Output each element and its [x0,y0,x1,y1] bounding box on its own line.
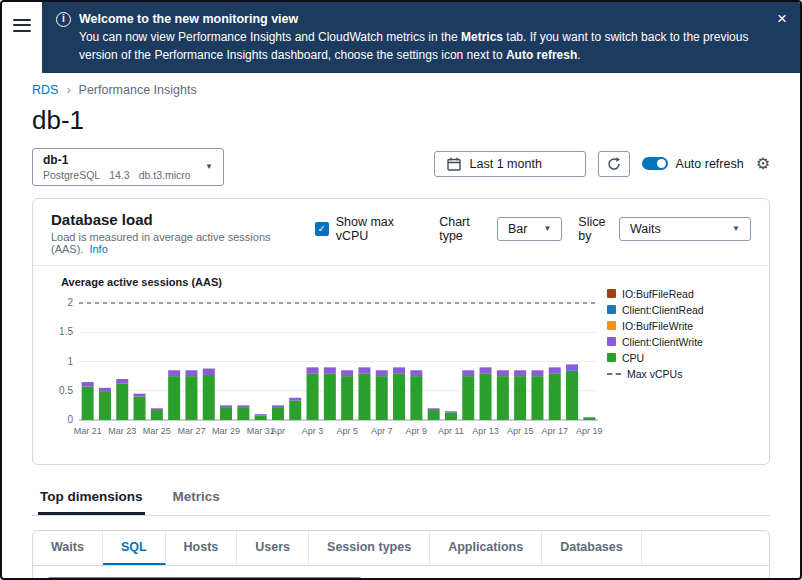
legend-label: Client:ClientWrite [622,336,703,348]
legend-item-io-buffileread: IO:BufFileRead [607,288,757,300]
dimension-tab-users[interactable]: Users [237,531,309,565]
svg-text:Mar 27: Mar 27 [177,426,205,436]
main-content: RDS › Performance Insights db-1 db-1 Pos… [2,73,800,580]
top-bar: i Welcome to the new monitoring view You… [2,2,800,73]
dimension-tab-session-types[interactable]: Session types [309,531,430,565]
chevron-down-icon: ▼ [732,224,740,233]
calendar-icon [447,157,461,171]
legend-item-io-buffilewrite: IO:BufFileWrite [607,320,757,332]
close-icon[interactable]: × [777,10,787,27]
svg-text:Apr 15: Apr 15 [507,426,534,436]
settings-gear-icon[interactable]: ⚙ [756,156,770,172]
legend-swatch-icon [607,289,616,298]
hamburger-menu-icon[interactable] [13,15,31,73]
legend-label: Client:ClientRead [622,304,704,316]
show-max-vcpu-checkbox[interactable]: ✓ Show max vCPU [315,215,424,243]
svg-text:Apr 11: Apr 11 [438,426,464,436]
svg-text:Mar 29: Mar 29 [212,426,240,436]
dimension-tab-sql[interactable]: SQL [103,531,166,565]
sql-search-row: Learn more ‹ 12 › ⚙ [33,566,769,580]
show-max-vcpu-label: Show max vCPU [336,215,424,243]
legend-item-client-clientread: Client:ClientRead [607,304,757,316]
main-tabs: Top dimensionsMetrics [32,481,770,516]
chart-type-select[interactable]: Bar ▼ [497,217,562,241]
dimension-tab-hosts[interactable]: Hosts [166,531,238,565]
auto-refresh-label: Auto refresh [676,157,744,171]
banner-title: Welcome to the new monitoring view [79,10,298,28]
instance-selector[interactable]: db-1 PostgreSQL 14.3 db.t3.micro ▼ [32,148,224,186]
time-range-value: Last 1 month [470,157,542,171]
chevron-down-icon: ▼ [205,162,213,171]
instance-name: db-1 [43,153,191,167]
slice-by-label: Slice by [578,215,611,243]
chart-type-value: Bar [508,222,527,236]
toggle-knob [657,159,666,168]
load-chart[interactable]: 00.511.52Mar 21Mar 23Mar 25Mar 27Mar 29M… [51,290,604,448]
svg-text:Apr: Apr [271,426,285,436]
dimension-tab-waits[interactable]: Waits [33,531,103,565]
breadcrumb-rds[interactable]: RDS [32,83,58,97]
slice-by-value: Waits [630,222,661,236]
auto-refresh-toggle[interactable] [642,157,668,170]
svg-text:Apr 17: Apr 17 [541,426,568,436]
chart-title: Average active sessions (AAS) [61,276,607,288]
legend-item-cpu: CPU [607,352,757,364]
svg-text:Apr 5: Apr 5 [336,426,358,436]
legend-dash-icon [607,373,621,375]
database-load-subtitle: Load is measured in average active sessi… [51,231,315,255]
checkbox-checked-icon: ✓ [315,222,329,236]
tab-top-dimensions[interactable]: Top dimensions [38,481,145,515]
auto-refresh-toggle-group: Auto refresh [642,157,744,171]
breadcrumb: RDS › Performance Insights [32,83,770,97]
svg-text:Apr 7: Apr 7 [371,426,393,436]
svg-text:1.5: 1.5 [59,326,73,337]
instance-engine: PostgreSQL [43,169,100,181]
refresh-button[interactable] [598,151,630,177]
svg-text:2: 2 [67,297,73,308]
dimensions-panel: WaitsSQLHostsUsersSession typesApplicati… [32,530,770,580]
legend-label: CPU [622,352,644,364]
svg-text:Apr 3: Apr 3 [302,426,324,436]
legend-item-client-clientwrite: Client:ClientWrite [607,336,757,348]
dimension-tab-databases[interactable]: Databases [542,531,642,565]
dimension-tabs: WaitsSQLHostsUsersSession typesApplicati… [33,531,769,566]
legend-swatch-icon [607,305,616,314]
refresh-icon [607,157,621,171]
svg-text:1: 1 [67,355,73,366]
database-load-heading: Database load Load is measured in averag… [51,211,315,255]
svg-text:Mar 23: Mar 23 [108,426,136,436]
legend-label: Max vCPUs [627,368,682,380]
svg-text:Mar 25: Mar 25 [143,426,171,436]
app-window: i Welcome to the new monitoring view You… [0,0,802,580]
controls-row: db-1 PostgreSQL 14.3 db.t3.micro ▼ Last … [32,148,770,186]
slice-by-select[interactable]: Waits ▼ [619,217,751,241]
time-range-picker[interactable]: Last 1 month [434,151,586,177]
toolbar: Last 1 month Auto refresh ⚙ [434,148,770,177]
legend-label: IO:BufFileRead [622,288,694,300]
page-title: db-1 [32,105,770,136]
menu-strip [2,2,42,73]
svg-text:Apr 13: Apr 13 [472,426,499,436]
legend-swatch-icon [607,353,616,362]
breadcrumb-separator-icon: › [66,83,70,97]
chevron-down-icon: ▼ [543,224,551,233]
instance-version: 14.3 [109,169,129,181]
tab-metrics[interactable]: Metrics [171,481,222,515]
breadcrumb-current: Performance Insights [79,83,197,97]
info-link[interactable]: Info [89,243,107,255]
chart-type-label: Chart type [439,215,489,243]
info-banner: i Welcome to the new monitoring view You… [42,2,800,73]
svg-text:Apr 19: Apr 19 [576,426,603,436]
legend-label: IO:BufFileWrite [622,320,693,332]
svg-text:0: 0 [67,414,73,425]
chart-legend: IO:BufFileReadClient:ClientReadIO:BufFil… [607,274,757,452]
database-load-panel: Database load Load is measured in averag… [32,198,770,465]
instance-class: db.t3.micro [139,169,191,181]
instance-selector-text: db-1 PostgreSQL 14.3 db.t3.micro [43,153,191,181]
info-icon: i [56,12,71,27]
legend-swatch-icon [607,337,616,346]
legend-swatch-icon [607,321,616,330]
database-load-title: Database load [51,211,315,228]
svg-text:0.5: 0.5 [59,385,73,396]
dimension-tab-applications[interactable]: Applications [430,531,542,565]
